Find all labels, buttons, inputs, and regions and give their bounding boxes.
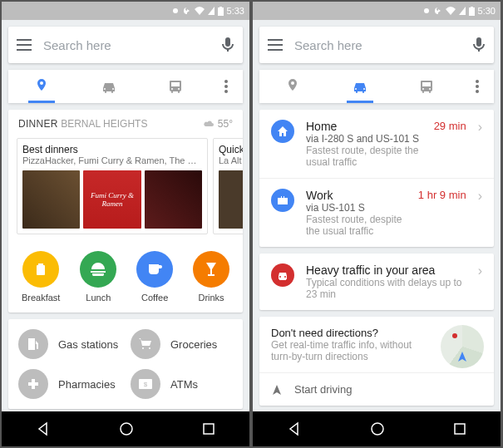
pin-icon [285,79,300,94]
home-icon [271,120,294,143]
back-button[interactable] [36,421,51,436]
search-input[interactable]: Search here [43,38,210,52]
service-groceries[interactable]: Groceries [131,329,233,359]
best-dinners-card[interactable]: Best dinners PizzaHacker, Fumi Curry & R… [17,138,208,234]
tab-transit[interactable] [142,70,210,103]
quick-image [219,170,243,229]
search-input[interactable]: Search here [294,38,461,52]
quick-card[interactable]: Quick La Alt [213,138,243,234]
svg-rect-13 [469,7,475,16]
home-eta: 29 min [434,120,466,132]
quick-title: Quick [219,144,243,155]
svg-rect-14 [471,7,473,7]
sync-icon [434,7,442,15]
mic-icon[interactable] [472,37,486,53]
pharmacy-icon [27,378,39,390]
svg-rect-19 [455,424,465,434]
phone-drive: 5:30 Search here Home via I-280 S and US… [253,2,501,446]
recents-button[interactable] [453,422,466,436]
start-driving-button[interactable]: Start driving [259,372,494,406]
traffic-card[interactable]: Heavy traffic in your area Typical condi… [259,254,494,310]
car-icon [352,80,368,93]
home-button[interactable] [370,421,385,436]
destinations-card: Home via I-280 S and US-101 S Fastest ro… [259,110,494,247]
chevron-right-icon: › [478,189,482,204]
svg-rect-6 [37,265,45,275]
services-card: Gas stations Groceries Pharmacies $ ATMs [8,319,243,409]
dinner-image-1 [22,170,80,229]
svg-rect-1 [218,7,224,16]
content-explore: DINNER BERNAL HEIGHTS 55° Best dinners P… [2,103,249,411]
dinner-image-2: Fumi Curry & Ramen [83,170,141,229]
android-navbar [253,411,501,446]
cloud-icon [203,120,215,128]
weather: 55° [203,118,233,130]
breakfast-icon [33,262,48,277]
sync-icon [183,7,191,15]
signal-icon [459,7,466,15]
work-eta: 1 hr 9 min [418,189,466,201]
search-bar[interactable]: Search here [8,27,243,63]
bus-icon [419,79,434,94]
car-icon [101,80,117,93]
tab-overflow[interactable] [461,70,494,103]
search-bar[interactable]: Search here [259,27,494,63]
svg-point-5 [224,90,228,93]
more-icon [224,80,228,93]
mic-icon[interactable] [221,37,234,53]
tab-drive[interactable] [327,70,394,103]
status-bar: 5:33 [2,2,249,20]
back-button[interactable] [287,421,302,436]
tab-bar [8,70,243,103]
content-drive: Home via I-280 S and US-101 S Fastest ro… [253,103,501,411]
svg-point-12 [424,8,429,13]
svg-point-10 [121,423,132,435]
tab-explore[interactable] [259,70,327,103]
wifi-icon [195,7,205,15]
map-thumbnail [441,325,484,368]
tab-drive[interactable] [76,70,143,103]
dinner-image-3 [145,170,202,229]
destination-work[interactable]: Work via US-101 S Fastest route, despite… [259,179,494,247]
dinner-area: BERNAL HEIGHTS [61,118,147,130]
temperature: 55° [218,118,233,130]
service-atms[interactable]: $ ATMs [131,369,233,399]
status-time: 5:33 [227,6,244,16]
svg-rect-7 [38,263,43,266]
phone-explore: 5:33 Search here DINNER BERNAL HEIGHTS 5… [2,2,249,446]
category-coffee[interactable]: Coffee [136,251,173,303]
service-pharmacies[interactable]: Pharmacies [18,369,121,399]
destination-home[interactable]: Home via I-280 S and US-101 S Fastest ro… [259,110,494,179]
category-drinks[interactable]: Drinks [193,251,229,303]
best-dinners-title: Best dinners [22,144,202,155]
pin-icon [34,79,49,94]
cart-icon [138,337,153,351]
svg-rect-2 [219,7,222,7]
svg-point-3 [224,80,228,83]
svg-rect-11 [204,424,214,434]
recents-button[interactable] [202,422,215,436]
menu-icon[interactable] [17,39,32,51]
chevron-right-icon: › [478,263,482,278]
android-navbar [2,411,249,446]
nav-icon [271,384,283,396]
category-lunch[interactable]: Lunch [80,251,116,303]
dinner-category: DINNER [18,118,58,130]
more-icon [476,80,479,93]
service-gas[interactable]: Gas stations [18,329,121,359]
status-bar: 5:30 [253,2,501,20]
tab-overflow[interactable] [210,70,243,103]
tab-explore[interactable] [8,70,76,103]
status-time: 5:30 [478,6,496,16]
tab-transit[interactable] [393,70,461,103]
category-breakfast[interactable]: Breakfast [22,251,60,303]
svg-point-4 [224,85,228,88]
drinks-icon [205,261,218,278]
gas-icon [27,337,40,352]
home-button[interactable] [119,421,134,436]
lunch-icon [90,263,106,276]
tab-bar [259,70,494,103]
no-directions-card: Don't need directions? Get real-time tra… [259,317,494,406]
menu-icon[interactable] [268,39,283,51]
work-icon [271,189,294,212]
